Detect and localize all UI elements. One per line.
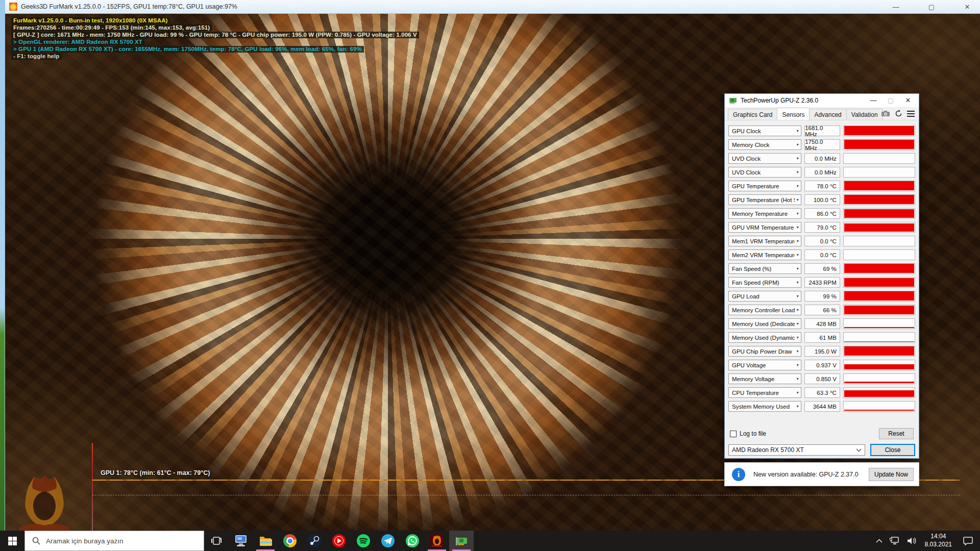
tab-validation[interactable]: Validation: [846, 109, 883, 120]
close-button[interactable]: ✕: [961, 0, 974, 14]
search-input[interactable]: [46, 537, 189, 545]
sensor-row: Memory Used (Dedicated)▼ 428 MB: [728, 318, 915, 329]
tray-chevron-button[interactable]: [872, 531, 886, 551]
sensor-graph: [843, 126, 915, 136]
chevron-down-icon: ▼: [796, 253, 799, 257]
taskbar-item-gpu-z[interactable]: [449, 531, 474, 551]
gpuz-titlebar[interactable]: TechPowerUp GPU-Z 2.36.0 — ▢ ✕: [725, 94, 919, 107]
start-button[interactable]: [0, 531, 24, 551]
sensor-name-dropdown[interactable]: Mem2 VRM Temperature▼: [728, 249, 801, 260]
sensor-name-dropdown[interactable]: GPU Temperature (Hot Spot)▼: [728, 194, 801, 205]
taskbar-item-telegram[interactable]: [376, 531, 400, 551]
taskbar-item-task-manager[interactable]: [229, 531, 253, 551]
sensor-graph: [843, 249, 915, 260]
furmark-titlebar[interactable]: Geeks3D FurMark v1.25.0.0 - 152FPS, GPU1…: [5, 0, 980, 14]
gpu-device-select[interactable]: AMD Radeon RX 5700 XT: [728, 444, 865, 456]
sensor-graph: [843, 360, 915, 370]
sensor-row: Memory Used (Dynamic)▼ 61 MB: [728, 332, 915, 343]
telegram-icon: [381, 534, 395, 547]
sensor-row: GPU Load▼ 99 %: [728, 291, 915, 302]
sensor-graph: [843, 263, 915, 274]
sensor-value: 63.3 °C: [804, 387, 840, 398]
sensor-graph: [843, 139, 915, 150]
close-button[interactable]: Close: [870, 444, 915, 456]
minimize-button[interactable]: —: [889, 0, 902, 14]
sensor-row: GPU VRM Temperature▼ 79.0 °C: [728, 222, 915, 233]
sensor-name-dropdown[interactable]: Memory Controller Load▼: [728, 305, 801, 315]
sensor-name-dropdown[interactable]: Fan Speed (%)▼: [728, 263, 801, 274]
osd-line-gpuz: [ GPU-Z ] core: 1671 MHz - mem: 1750 MHz…: [11, 32, 419, 38]
sensor-name-dropdown[interactable]: Memory Used (Dedicated)▼: [728, 318, 801, 329]
sensor-row: Mem2 VRM Temperature▼ 0.0 °C: [728, 249, 915, 260]
reset-button[interactable]: Reset: [879, 428, 914, 439]
menu-hamburger-icon[interactable]: [907, 111, 915, 117]
screenshot-camera-icon[interactable]: [881, 110, 890, 117]
chevron-down-icon: ▼: [796, 143, 799, 146]
sensor-list: GPU Clock▼ 1681.0 MHz Memory Clock▼ 1750…: [728, 126, 915, 415]
taskbar-search-box[interactable]: [24, 531, 204, 551]
taskbar-clock[interactable]: 14:04 8.03.2021: [921, 533, 956, 548]
sensor-name-dropdown[interactable]: Memory Voltage▼: [728, 373, 801, 384]
sensor-name-dropdown[interactable]: UVD Clock▼: [728, 167, 801, 178]
sensor-value: 1750.0 MHz: [804, 139, 840, 150]
minimize-button[interactable]: —: [865, 94, 882, 107]
chevron-down-icon: ▼: [796, 294, 799, 298]
taskbar-item-steam[interactable]: [302, 531, 327, 551]
gpuz-update-bar: i New version available: GPU-Z 2.37.0 Up…: [724, 462, 919, 486]
refresh-icon[interactable]: [895, 110, 902, 117]
tab-sensors[interactable]: Sensors: [777, 108, 810, 120]
sensor-graph: [843, 305, 915, 315]
taskbar-item-whatsapp[interactable]: [400, 531, 425, 551]
action-center-button[interactable]: [956, 531, 980, 551]
windows-logo-icon: [8, 537, 17, 545]
sensor-name-dropdown[interactable]: GPU Load▼: [728, 291, 801, 302]
sensor-name-dropdown[interactable]: Memory Temperature▼: [728, 208, 801, 219]
file-explorer-icon: [259, 534, 272, 547]
taskbar-item-furmark[interactable]: [425, 531, 449, 551]
close-icon[interactable]: ✕: [899, 94, 917, 107]
sensor-graph: [843, 318, 915, 329]
task-view-button[interactable]: [204, 531, 229, 551]
chevron-down-icon: ▼: [796, 391, 799, 394]
sensor-name-dropdown[interactable]: GPU Voltage▼: [728, 360, 801, 370]
chevron-down-icon: ▼: [796, 157, 799, 160]
taskbar-item-chrome[interactable]: [278, 531, 302, 551]
log-to-file-checkbox[interactable]: [730, 431, 737, 437]
desktop-wallpaper-strip: [0, 0, 5, 531]
gpuz-window-title: TechPowerUp GPU-Z 2.36.0: [741, 97, 818, 104]
sensor-name-dropdown[interactable]: Fan Speed (RPM)▼: [728, 277, 801, 288]
update-now-button[interactable]: Update Now: [869, 468, 914, 481]
sensor-name-dropdown[interactable]: UVD Clock▼: [728, 153, 801, 164]
sensor-value: 0.0 °C: [804, 249, 840, 260]
sensor-row: GPU Temperature (Hot Spot)▼ 100.0 °C: [728, 194, 915, 205]
sensor-value: 0.0 MHz: [804, 153, 840, 164]
sensor-name-dropdown[interactable]: GPU Clock▼: [728, 126, 801, 136]
sensor-graph: [843, 332, 915, 343]
sensor-row: UVD Clock▼ 0.0 MHz: [728, 153, 915, 164]
tab-graphics-card[interactable]: Graphics Card: [728, 109, 777, 120]
sensor-name-dropdown[interactable]: GPU Chip Power Draw▼: [728, 346, 801, 357]
sensor-name-dropdown[interactable]: CPU Temperature▼: [728, 387, 801, 398]
sensor-graph: [843, 208, 915, 219]
update-available-text: New version available: GPU-Z 2.37.0: [753, 471, 859, 478]
sensor-graph: [843, 277, 915, 288]
sensor-name-dropdown[interactable]: System Memory Used▼: [728, 401, 801, 412]
sensor-name-dropdown[interactable]: Memory Clock▼: [728, 139, 801, 150]
taskbar-item-spotify[interactable]: [351, 531, 376, 551]
volume-tray-button[interactable]: [903, 531, 921, 551]
task-view-icon: [211, 536, 222, 545]
sensor-name-dropdown[interactable]: GPU Temperature▼: [728, 181, 801, 191]
maximize-button[interactable]: ▢: [882, 94, 899, 107]
network-tray-button[interactable]: [886, 531, 903, 551]
sensor-name-dropdown[interactable]: Memory Used (Dynamic)▼: [728, 332, 801, 343]
chevron-down-icon: ▼: [796, 212, 799, 215]
taskbar-item-file-explorer[interactable]: [253, 531, 278, 551]
tab-advanced[interactable]: Advanced: [809, 109, 846, 120]
action-center-icon: [963, 537, 973, 545]
taskbar-item-youtube-music[interactable]: [327, 531, 351, 551]
clock-time: 14:04: [925, 533, 952, 541]
sensor-graph: [843, 181, 915, 191]
sensor-name-dropdown[interactable]: GPU VRM Temperature▼: [728, 222, 801, 233]
maximize-button[interactable]: ▢: [925, 0, 938, 14]
sensor-name-dropdown[interactable]: Mem1 VRM Temperature▼: [728, 236, 801, 246]
